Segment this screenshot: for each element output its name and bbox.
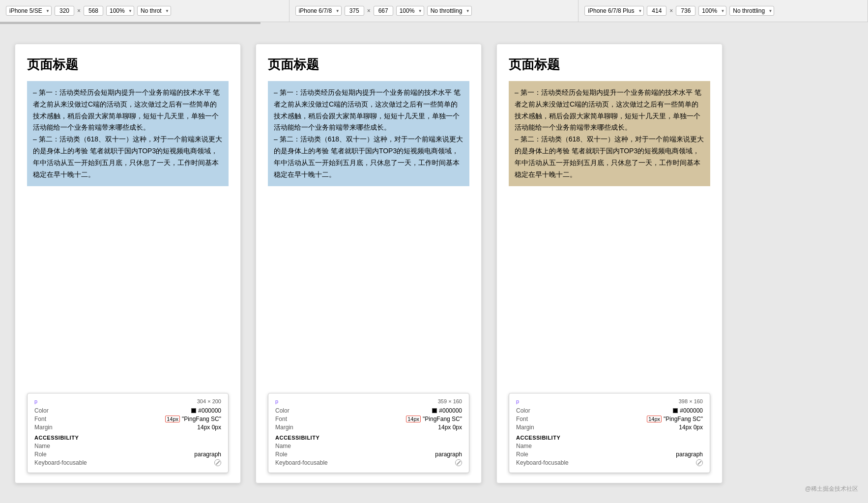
throttle-select-3[interactable]: No throttling [729,6,774,16]
inspector-1: p 304 × 200 Color #000000 Font 14px "Pin… [27,393,229,473]
color-swatch-3 [673,408,678,413]
device-select-wrap-2[interactable]: iPhone 6/7/8 [295,6,342,16]
keyboard-label-2: Keyboard-focusable [275,459,328,466]
device-select-3[interactable]: iPhone 6/7/8 Plus [584,6,644,16]
color-value-3: #000000 [673,407,703,414]
frame-content-1: 页面标题 – 第一：活动类经历会短期内提升一个业务前端的技术水平 笔者之前从来没… [15,44,240,393]
device-select-2[interactable]: iPhone 6/7/8 [295,6,342,16]
dimension-separator-2: × [367,7,371,14]
zoom-select-3[interactable]: 100% [698,6,726,16]
device-panel-2: 页面标题 – 第一：活动类经历会短期内提升一个业务前端的技术水平 笔者之前从来没… [256,44,482,483]
device-select-1[interactable]: iPhone 5/SE [6,6,52,16]
color-hex-2: #000000 [439,407,462,414]
no-focusable-icon-1 [214,459,221,466]
main-content: 页面标题 – 第一：活动类经历会短期内提升一个业务前端的技术水平 笔者之前从来没… [0,24,868,503]
color-label-2: Color [275,407,315,414]
height-input-2[interactable] [374,6,393,16]
page-title-2: 页面标题 [268,56,469,73]
font-label-2: Font [275,416,315,422]
page-title-3: 页面标题 [509,56,710,73]
inspector-dims-2: 359 × 160 [438,398,462,404]
color-label-3: Color [516,407,555,414]
inspector-dims-1: 304 × 200 [197,398,221,404]
device-select-wrap-1[interactable]: iPhone 5/SE [6,6,52,16]
margin-label-1: Margin [34,424,74,431]
throttle-select-1[interactable]: No throt [137,6,171,16]
font-value-1: 14px "PingFang SC" [165,416,221,422]
height-input-3[interactable] [676,6,695,16]
font-size-badge-1: 14px [165,416,180,422]
inspector-color-row-1: Color #000000 [34,407,221,414]
width-input-1[interactable] [55,6,74,16]
inspector-tag-1: p 304 × 200 [34,398,221,404]
inspector-keyboard-row-3: Keyboard-focusable [516,459,703,466]
keyboard-label-3: Keyboard-focusable [516,459,569,466]
paragraph-text-3: – 第一：活动类经历会短期内提升一个业务前端的技术水平 笔者之前从来没做过C端的… [515,88,704,178]
highlighted-text-2: – 第一：活动类经历会短期内提升一个业务前端的技术水平 笔者之前从来没做过C端的… [268,81,469,186]
role-label-2: Role [275,451,315,458]
inspector-font-row-1: Font 14px "PingFang SC" [34,416,221,422]
inspector-dims-3: 398 × 160 [679,398,703,404]
font-size-badge-3: 14px [647,416,662,422]
inspector-tag-2: p 359 × 160 [275,398,462,404]
inspector-name-row-2: Name [275,443,462,449]
zoom-select-1[interactable]: 100% [106,6,134,16]
throttle-select-2[interactable]: No throttling [427,6,472,16]
throttle-wrap-2[interactable]: No throttling [427,6,472,16]
inspector-name-row-1: Name [34,443,221,449]
inspector-element-tag-3: p [516,398,519,404]
device-bar-3: iPhone 6/7/8 Plus × 100% No throttling [579,0,868,22]
margin-label-2: Margin [275,424,315,431]
width-input-3[interactable] [647,6,666,16]
zoom-select-2[interactable]: 100% [396,6,424,16]
frame-content-2: 页面标题 – 第一：活动类经历会短期内提升一个业务前端的技术水平 笔者之前从来没… [256,44,481,393]
font-family-2: "PingFang SC" [423,416,462,422]
device-bar-1: iPhone 5/SE × 100% No throt [0,0,289,22]
device-select-wrap-3[interactable]: iPhone 6/7/8 Plus [584,6,644,16]
color-hex-3: #000000 [680,407,703,414]
paragraph-text-1: – 第一：活动类经历会短期内提升一个业务前端的技术水平 笔者之前从来没做过C端的… [33,88,222,178]
highlighted-text-3: – 第一：活动类经历会短期内提升一个业务前端的技术水平 笔者之前从来没做过C端的… [509,81,710,186]
inspector-name-row-3: Name [516,443,703,449]
margin-value-3: 14px 0px [679,424,703,431]
dimension-separator-3: × [669,7,673,14]
role-value-1: paragraph [194,451,221,458]
inspector-keyboard-row-1: Keyboard-focusable [34,459,221,466]
accessibility-header-1: ACCESSIBILITY [34,435,221,441]
margin-value-1: 14px 0px [197,424,221,431]
inspector-color-row-2: Color #000000 [275,407,462,414]
frame-content-3: 页面标题 – 第一：活动类经历会短期内提升一个业务前端的技术水平 笔者之前从来没… [497,44,722,393]
color-value-1: #000000 [191,407,221,414]
zoom-wrap-2[interactable]: 100% [396,6,424,16]
height-input-1[interactable] [84,6,103,16]
inspector-margin-row-1: Margin 14px 0px [34,424,221,431]
color-swatch-2 [432,408,437,413]
zoom-wrap-1[interactable]: 100% [106,6,134,16]
name-label-2: Name [275,443,315,449]
keyboard-label-1: Keyboard-focusable [34,459,87,466]
zoom-wrap-3[interactable]: 100% [698,6,726,16]
no-focusable-icon-2 [455,459,462,466]
device-bars-container: iPhone 5/SE × 100% No throt iPhone 6/7/8… [0,0,868,22]
font-value-2: 14px "PingFang SC" [406,416,462,422]
margin-value-2: 14px 0px [438,424,462,431]
page-title-1: 页面标题 [27,56,229,73]
throttle-wrap-3[interactable]: No throttling [729,6,774,16]
inspector-2: p 359 × 160 Color #000000 Font 14px "Pin… [268,393,469,473]
role-label-3: Role [516,451,555,458]
inspector-keyboard-row-2: Keyboard-focusable [275,459,462,466]
inspector-tag-3: p 398 × 160 [516,398,703,404]
font-size-badge-2: 14px [406,416,421,422]
inspector-role-row-1: Role paragraph [34,451,221,458]
color-value-2: #000000 [432,407,462,414]
role-label-1: Role [34,451,74,458]
inspector-role-row-3: Role paragraph [516,451,703,458]
font-label-3: Font [516,416,555,422]
dimension-separator-1: × [77,7,81,14]
color-label-1: Color [34,407,74,414]
inspector-margin-row-3: Margin 14px 0px [516,424,703,431]
width-input-2[interactable] [345,6,364,16]
name-label-3: Name [516,443,555,449]
throttle-wrap-1[interactable]: No throt [137,6,171,16]
name-label-1: Name [34,443,74,449]
